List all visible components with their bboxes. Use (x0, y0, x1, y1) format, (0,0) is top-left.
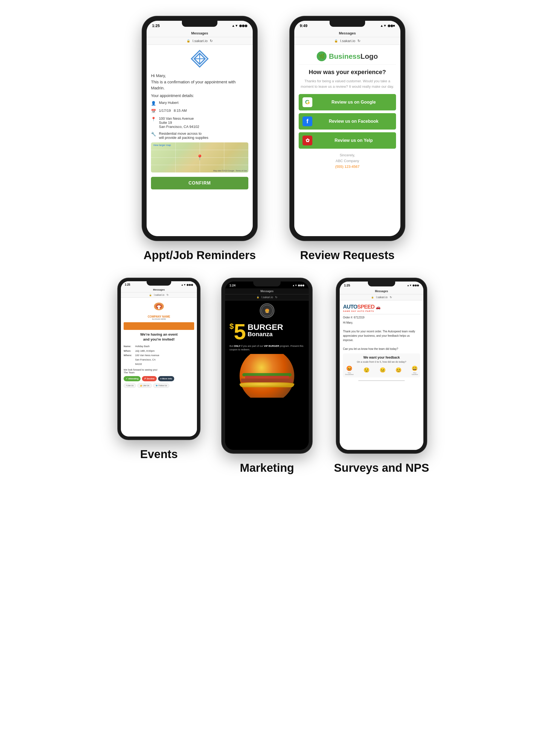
phone1-detail-address: 📍 100 Van Ness AvenueSuite 19San Francis… (151, 116, 248, 129)
autospeed-logo-row: AUTOSPEED 🚗 SAME DAY AUTO PARTS (343, 304, 420, 312)
more-info-button[interactable]: ● More Info (158, 376, 174, 381)
phone5-status-icons: ▲▼ ◉◉◉ (407, 284, 419, 287)
phone4-label: Marketing (240, 461, 294, 474)
phone1-messages-label: Messages (191, 31, 208, 35)
facebook-review-button[interactable]: f Review us on Facebook (299, 113, 396, 130)
phone5-messages-header: Messages (340, 288, 423, 294)
map-pin-icon: 📍 (196, 154, 203, 161)
decline-button[interactable]: ✗ Decline (142, 376, 157, 381)
phone5-messages-label: Messages (375, 290, 388, 293)
phone4-item-text: BURGER Bonanza (247, 323, 283, 337)
phone4-messages-label: Messages (260, 290, 274, 293)
phone4-url: l.sakari.io (261, 296, 273, 299)
phone5-refresh-icon: ↻ (390, 296, 392, 299)
wrench-icon: 🔧 (151, 132, 156, 137)
review-subtitle: Thanks for being a valued customer. Woul… (299, 78, 396, 89)
phone4-desc: But ONLY if you are part of our VIP BURG… (225, 343, 309, 353)
phone4-lock-icon: 🔒 (256, 296, 259, 298)
phone1-map: 📍 View larger map Map data ©2019 Google … (151, 142, 248, 172)
emoji-face-2: 😟 (364, 367, 370, 373)
autospeed-brand: AUTOSPEED 🚗 (343, 304, 380, 310)
phone4-section: 1:24 ▲▼ ◉◉◉ Messages 🔒 l.sakari.io ↻ (222, 278, 312, 474)
map-credit: Map data ©2019 Google · Terms of Use (213, 170, 247, 172)
calendar-icon: 📅 (151, 109, 156, 114)
attending-button[interactable]: ✓ Attending (124, 376, 140, 381)
phone5-time: 1:25 (344, 284, 350, 287)
autospeed-accent: SPEED (357, 304, 375, 310)
review-question: How was your experience? (299, 69, 396, 76)
phone3-label: Events (140, 448, 178, 461)
phone5-browser-bar: 🔒 l.sakari.io ↻ (340, 294, 423, 300)
phone3-refresh-icon: ↻ (166, 294, 169, 296)
top-row: 1:25 ▲▼ ◉◉◉ Messages 🔒 l.sakari.io ↻ (22, 16, 525, 262)
phone1-messages-header: Messages (147, 30, 253, 37)
confirm-button[interactable]: CONFIRM (151, 177, 248, 189)
events-where-row: Where: 100 Van Ness AvenueSan Francisco,… (124, 353, 194, 367)
phone1-section: 1:25 ▲▼ ◉◉◉ Messages 🔒 l.sakari.io ↻ (142, 16, 257, 262)
yelp-icon: ✿ (303, 136, 312, 145)
location-pin-icon: 📍 (151, 117, 156, 122)
phone2-refresh-icon: ↻ (358, 39, 361, 43)
yelp-review-button[interactable]: ✿ Review us on Yelp (299, 132, 396, 149)
logo-leaf-icon: 🌿 (317, 51, 327, 61)
phone5-frame: 1:25 ▲▼ ◉◉◉ Messages 🔒 l.sakari.io ↻ (337, 278, 427, 453)
phone2-label: Review Requests (300, 249, 394, 262)
phone1-detail-name: 👤 Mary Hubert (151, 101, 248, 106)
phone2-notch (330, 21, 365, 27)
phone1-map-bg: 📍 View larger map Map data ©2019 Google … (151, 142, 248, 172)
facebook-like-button[interactable]: f Like Us (124, 383, 136, 388)
phone4-refresh-icon: ↻ (275, 296, 277, 299)
logo-logo-text: Logo (361, 52, 378, 60)
survey-feedback-box: We want your feedback On a scale from 0 … (343, 353, 420, 377)
company-logo-svg (152, 300, 166, 314)
thumbs-up-button[interactable]: 👍 Like Us (137, 383, 151, 388)
survey-greeting: Hi Mary, Thank you for your recent order… (343, 321, 420, 351)
phone1-browser-bar: 🔒 l.sakari.io ↻ (147, 37, 253, 45)
footer-sincerely: Sincerely, (299, 153, 396, 158)
phone1-date: 1/17/19 8:15 AM (159, 109, 187, 113)
survey-bottom-line (358, 380, 405, 381)
google-review-button[interactable]: G Review us on Google (299, 94, 396, 110)
autospeed-tagline: SAME DAY AUTO PARTS (343, 310, 380, 312)
food-bun-bottom (239, 382, 294, 387)
phone3-logo: COMPANY NAME SLOGAN HERE (124, 300, 194, 320)
twitter-follow-button[interactable]: 🐦 Follow Us (153, 383, 169, 388)
events-buttons: ✓ Attending ✗ Decline ● More Info (124, 376, 194, 381)
food-patty (241, 379, 293, 382)
item-line2: Bonanza (247, 331, 283, 337)
phone3-messages-header: Messages (121, 287, 197, 292)
phone3-lock-icon: 🔒 (149, 294, 152, 296)
phone4-screen: 1:24 ▲▼ ◉◉◉ Messages 🔒 l.sakari.io ↻ (225, 282, 309, 450)
phone4-messages-header: Messages (225, 288, 309, 294)
phone4-logo: 🍔 (225, 300, 309, 321)
facebook-icon: f (303, 116, 312, 126)
survey-feedback-sub: On a scale from 0 to 5, how did we do to… (345, 361, 418, 363)
phone2-content: 🌿 BusinessLogo How was your experience? … (294, 45, 400, 236)
svg-rect-7 (157, 306, 161, 307)
phone1-logo-svg (190, 49, 209, 68)
phone4-notch (253, 282, 281, 286)
phone1-screen: 1:25 ▲▼ ◉◉◉ Messages 🔒 l.sakari.io ↻ (147, 21, 253, 236)
events-headline: We're having an eventand you're invited! (124, 332, 194, 342)
emoji-label-1: VeryDissatisfied (345, 372, 354, 375)
phone2-section: 9:49 ▲▼ ◉◉■ Messages 🔒 l.sakari.io ↻ (290, 16, 405, 262)
emoji-1: 😡 VeryDissatisfied (345, 365, 354, 375)
company-slogan: SLOGAN HERE (124, 318, 194, 320)
business-logo-text: 🌿 BusinessLogo (299, 51, 396, 61)
phone2-url: l.sakari.io (340, 39, 355, 43)
emoji-3: 😐 (380, 367, 386, 374)
phone1-status-icons: ▲▼ ◉◉◉ (232, 24, 247, 28)
google-review-label: Review us on Google (315, 100, 392, 105)
facebook-review-label: Review us on Facebook (315, 119, 392, 124)
survey-order: Order #: 6712319 (343, 316, 420, 319)
survey-feedback-title: We want your feedback (345, 356, 418, 359)
autospeed-logo: AUTOSPEED 🚗 SAME DAY AUTO PARTS (343, 304, 420, 312)
emoji-label-5: VerySatisfied (412, 372, 418, 375)
phone2-browser-bar: 🔒 l.sakari.io ↻ (294, 37, 400, 45)
phone3-notch (147, 281, 171, 286)
map-link[interactable]: View larger map (153, 144, 171, 146)
food-tomato (245, 376, 289, 379)
footer-company: ABC Company (299, 158, 396, 164)
phone3-section: 1:25 ▲▼ ◉◉◉ Messages 🔒 l.sakari.io ↻ (118, 278, 200, 474)
emoji-face-1: 😡 (346, 365, 352, 371)
